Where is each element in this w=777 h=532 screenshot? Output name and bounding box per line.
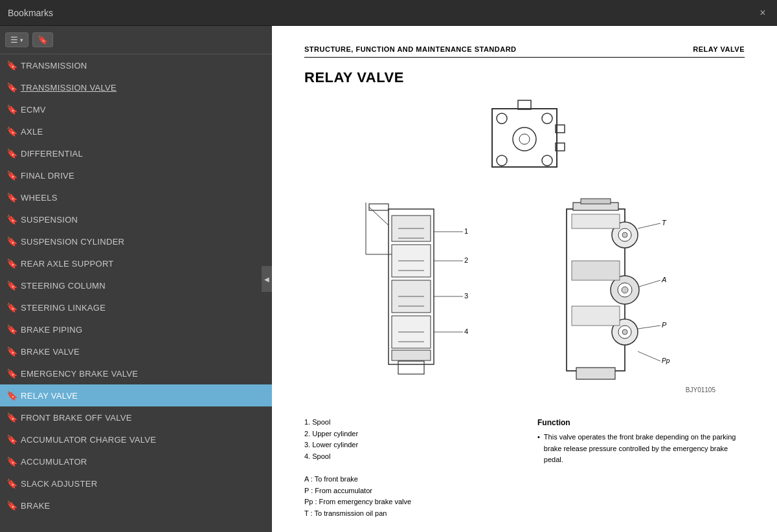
sidebar-item-7[interactable]: 🔖 SUSPENSION [0, 208, 272, 230]
bookmark-view-button[interactable]: 🔖 [32, 32, 53, 47]
svg-text:3: 3 [464, 292, 468, 300]
bookmark-icon: 🔖 [6, 236, 16, 247]
item-label: AXLE [21, 127, 43, 137]
svg-text:T: T [662, 219, 667, 227]
port-item: T : To transmission oil pan [304, 508, 512, 520]
port-item: Pp : From emergency brake valve [304, 496, 512, 508]
bookmark-icon: 🔖 [6, 434, 16, 445]
item-label: BRAKE PIPING [21, 325, 82, 335]
sidebar: ☰ ▾ 🔖 🔖 TRANSMISSION 🔖 TRANSMISSION VALV… [0, 26, 272, 532]
bookmark-icon: 🔖 [6, 456, 16, 467]
bookmark-icon: 🔖 [6, 368, 16, 379]
sidebar-item-20[interactable]: 🔖 BRAKE [0, 494, 272, 516]
item-label: TRANSMISSION VALVE [21, 83, 117, 93]
svg-rect-24 [369, 204, 388, 210]
sidebar-item-11[interactable]: 🔖 STEERING LINKAGE [0, 296, 272, 318]
svg-rect-49 [576, 368, 615, 379]
bookmark-icon: 🔖 [6, 192, 16, 203]
svg-text:Pp: Pp [662, 357, 670, 364]
bookmark-icon: 🔖 [6, 104, 16, 115]
svg-line-55 [639, 280, 660, 287]
sidebar-item-3[interactable]: 🔖 AXLE [0, 120, 272, 142]
item-label: ACCUMULATOR [21, 457, 87, 467]
sidebar-item-14[interactable]: 🔖 EMERGENCY BRAKE VALVE [0, 362, 272, 384]
bookmark-icon: 🔖 [6, 280, 16, 291]
document-header: STRUCTURE, FUNCTION AND MAINTENANCE STAN… [304, 45, 745, 58]
svg-line-57 [638, 326, 660, 329]
sidebar-item-10[interactable]: 🔖 STEERING COLUMN [0, 274, 272, 296]
caption-area: 1. Spool2. Upper cylinder3. Lower cylind… [304, 417, 745, 519]
sidebar-item-9[interactable]: 🔖 REAR AXLE SUPPORT [0, 252, 272, 274]
right-diagram-svg: T A P Pp [534, 196, 703, 384]
svg-rect-0 [492, 109, 557, 167]
bookmark-icon: 🔖 [6, 148, 16, 159]
item-label: TRANSMISSION [21, 61, 87, 71]
svg-line-59 [638, 351, 660, 361]
svg-point-6 [519, 134, 530, 144]
sidebar-list[interactable]: 🔖 TRANSMISSION 🔖 TRANSMISSION VALVE 🔖 EC… [0, 54, 272, 532]
svg-text:4: 4 [464, 327, 468, 335]
svg-rect-50 [572, 214, 620, 228]
item-label: SUSPENSION [21, 215, 78, 225]
sidebar-toolbar: ☰ ▾ 🔖 [0, 26, 272, 54]
sidebar-item-6[interactable]: 🔖 WHEELS [0, 186, 272, 208]
diagrams-row: 1 2 3 4 [304, 196, 745, 393]
close-button[interactable]: × [756, 6, 769, 19]
svg-point-4 [542, 155, 552, 166]
sidebar-item-13[interactable]: 🔖 BRAKE VALVE [0, 340, 272, 362]
sidebar-item-17[interactable]: 🔖 ACCUMULATOR CHARGE VALVE [0, 428, 272, 450]
bookmark-icon: 🔖 [6, 390, 16, 401]
item-label: SLACK ADJUSTER [21, 479, 97, 489]
item-label: DIFFERENTIAL [21, 149, 83, 159]
svg-line-53 [638, 223, 660, 228]
item-label: ECMV [21, 105, 46, 115]
svg-text:A: A [661, 276, 666, 283]
item-label: STEERING LINKAGE [21, 303, 106, 313]
sidebar-item-0[interactable]: 🔖 TRANSMISSION [0, 54, 272, 76]
sidebar-item-15[interactable]: 🔖 RELAY VALVE [0, 384, 272, 406]
sidebar-item-16[interactable]: 🔖 FRONT BRAKE OFF VALVE [0, 406, 272, 428]
function-title: Function [537, 417, 745, 429]
item-label: SUSPENSION CYLINDER [21, 237, 124, 247]
diagram-right: T A P Pp BJY01105 [534, 196, 715, 393]
item-label: RELAY VALVE [21, 391, 78, 401]
bookmark-icon: 🔖 [6, 258, 16, 269]
list-view-button[interactable]: ☰ ▾ [5, 32, 28, 47]
diagram-left: 1 2 3 4 [333, 196, 515, 393]
sidebar-item-12[interactable]: 🔖 BRAKE PIPING [0, 318, 272, 340]
bookmarks-title: Bookmarks [8, 8, 749, 18]
port-item: A : To front brake [304, 474, 512, 485]
svg-rect-26 [398, 361, 424, 374]
bookmark-icon: 🔖 [38, 35, 48, 45]
svg-point-42 [622, 232, 627, 238]
item-label: BRAKE VALVE [21, 347, 80, 357]
svg-rect-39 [581, 199, 611, 204]
caption-right: Function This valve operates the front b… [537, 417, 745, 519]
sidebar-item-19[interactable]: 🔖 SLACK ADJUSTER [0, 472, 272, 494]
caption-left: 1. Spool2. Upper cylinder3. Lower cylind… [304, 417, 512, 519]
header-left-text: STRUCTURE, FUNCTION AND MAINTENANCE STAN… [304, 45, 517, 53]
svg-point-1 [497, 113, 507, 124]
svg-point-2 [497, 155, 507, 166]
svg-point-45 [622, 287, 628, 293]
document-title: RELAY VALVE [304, 69, 745, 86]
sidebar-item-1[interactable]: 🔖 TRANSMISSION VALVE [0, 76, 272, 98]
sidebar-item-4[interactable]: 🔖 DIFFERENTIAL [0, 142, 272, 164]
bookmark-icon: 🔖 [6, 60, 16, 71]
top-diagram-svg [473, 99, 576, 177]
svg-line-25 [369, 207, 388, 225]
sidebar-item-8[interactable]: 🔖 SUSPENSION CYLINDER [0, 230, 272, 252]
diagram-top [473, 99, 576, 177]
caption-item: 4. Spool [304, 451, 512, 463]
sidebar-item-5[interactable]: 🔖 FINAL DRIVE [0, 164, 272, 186]
sidebar-collapse-button[interactable]: ◀ [262, 266, 272, 292]
caption-item: 1. Spool [304, 417, 512, 428]
sidebar-item-2[interactable]: 🔖 ECMV [0, 98, 272, 120]
bookmark-icon: 🔖 [6, 346, 16, 357]
sidebar-item-18[interactable]: 🔖 ACCUMULATOR [0, 450, 272, 472]
bookmark-icon: 🔖 [6, 82, 16, 93]
caption-item: 3. Lower cylinder [304, 439, 512, 451]
svg-rect-7 [518, 100, 531, 109]
bookmark-icon: 🔖 [6, 214, 16, 225]
item-label: REAR AXLE SUPPORT [21, 259, 114, 269]
